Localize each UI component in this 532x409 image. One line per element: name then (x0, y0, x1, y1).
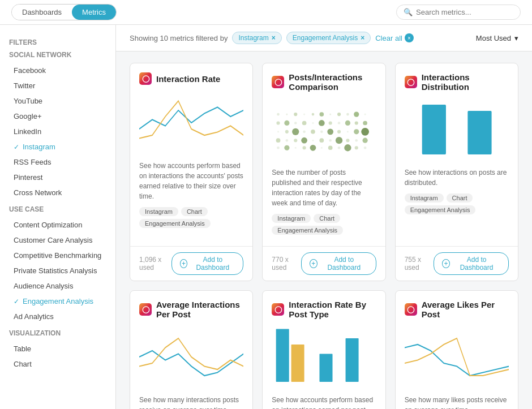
add-to-dashboard-btn-2[interactable]: + Add to Dashboard (301, 252, 376, 275)
metric-desc-interaction-rate-post-type: See how accounts perform based on intera… (272, 395, 376, 409)
social-network-title: Social Network (9, 51, 106, 59)
svg-point-36 (302, 137, 308, 144)
chart-interaction-rate (139, 92, 243, 154)
metric-card-avg-likes: ◯ Average Likes Per Post See how many li… (395, 290, 518, 409)
add-to-dashboard-btn-1[interactable]: + Add to Dashboard (171, 252, 243, 275)
sidebar-item-googleplus[interactable]: Google+ (9, 109, 106, 123)
dashboards-tab[interactable]: Dashboards (12, 5, 72, 20)
svg-point-47 (303, 146, 306, 149)
svg-point-39 (329, 139, 332, 142)
chart-avg-interactions (139, 326, 243, 388)
svg-point-0 (277, 113, 280, 116)
sidebar-item-audience[interactable]: Audience Analysis (9, 279, 106, 293)
metrics-tab[interactable]: Metrics (72, 5, 116, 20)
svg-point-32 (362, 128, 370, 136)
svg-point-19 (345, 120, 350, 126)
sidebar-section-visualization: Visualization Table Chart (9, 329, 106, 371)
svg-point-18 (338, 122, 341, 124)
svg-point-23 (285, 130, 289, 134)
sidebar-item-chart[interactable]: Chart (9, 357, 106, 371)
instagram-icon-6: ◯ (405, 303, 417, 316)
svg-point-53 (355, 146, 358, 149)
svg-rect-56 (467, 111, 491, 154)
instagram-tag-label: Instagram (238, 34, 268, 42)
svg-point-52 (345, 144, 351, 151)
metric-desc-interactions-distribution: See how interactions on posts are distri… (405, 167, 509, 188)
clear-all-icon: × (405, 33, 414, 42)
used-count-2: 770 x used (272, 256, 301, 272)
svg-point-15 (312, 122, 314, 124)
chart-interaction-rate-post-type (272, 326, 376, 388)
sort-control[interactable]: Most Used ▾ (476, 34, 518, 42)
instagram-icon-5: ◯ (272, 303, 284, 316)
sidebar-item-ad-analytics[interactable]: Ad Analytics (9, 309, 106, 324)
engagement-tag-remove[interactable]: × (361, 34, 364, 42)
metric-grid: ◯ Interaction Rate See how accounts perf… (116, 51, 532, 409)
sidebar-item-private-stats[interactable]: Private Statistics Analysis (9, 264, 106, 278)
instagram-filter-tag[interactable]: Instagram × (232, 32, 281, 44)
svg-point-49 (321, 147, 323, 149)
svg-point-13 (294, 122, 297, 124)
sidebar-item-content-opt[interactable]: Content Optimization (9, 218, 106, 232)
card-footer-3: 755 x used + Add to Dashboard (396, 246, 518, 281)
plus-circle-icon-2: + (310, 259, 318, 268)
sidebar-item-facebook[interactable]: Facebook (9, 63, 106, 78)
search-bar: 🔍 (396, 5, 521, 20)
svg-point-34 (286, 139, 289, 142)
svg-rect-57 (276, 329, 289, 382)
tag-row-3: Instagram Chart Engagement Analysis (405, 193, 509, 214)
sidebar-item-pinterest[interactable]: Pinterest (9, 170, 106, 184)
svg-point-54 (364, 147, 367, 149)
clear-all-button[interactable]: Clear all × (375, 33, 414, 42)
metric-card-posts-interactions: ◯ Posts/Interactions Comparison (262, 63, 385, 281)
sidebar-item-twitter[interactable]: Twitter (9, 79, 106, 93)
svg-point-31 (354, 129, 359, 134)
sidebar-section-usecase: Use Case Content Optimization Customer C… (9, 205, 106, 324)
svg-point-17 (329, 121, 332, 124)
svg-rect-60 (346, 338, 359, 382)
svg-point-44 (277, 147, 280, 149)
use-case-title: Use Case (9, 205, 106, 213)
check-icon: ✓ (14, 143, 19, 151)
svg-point-46 (295, 147, 297, 149)
sidebar-item-customer-care[interactable]: Customer Care Analysis (9, 233, 106, 247)
metric-desc-interaction-rate: See how accounts perform based on intera… (139, 161, 243, 201)
used-count-1: 1,096 x used (139, 256, 171, 272)
svg-point-25 (303, 131, 306, 134)
tag-row-2: Instagram Chart Engagement Analysis (272, 214, 376, 235)
svg-point-3 (303, 114, 305, 115)
instagram-tag-remove[interactable]: × (272, 34, 276, 42)
sidebar-item-table[interactable]: Table (9, 342, 106, 356)
metric-title-posts-interactions: ◯ Posts/Interactions Comparison (272, 72, 376, 92)
plus-circle-icon-1: + (180, 259, 187, 268)
main-content: Showing 10 metrics filtered by Instagram… (116, 25, 532, 409)
card-footer-2: 770 x used + Add to Dashboard (263, 246, 385, 281)
svg-point-51 (338, 147, 341, 149)
sidebar-item-linkedin[interactable]: LinkedIn (9, 124, 106, 139)
sidebar-item-cross-network[interactable]: Cross Network (9, 186, 106, 200)
tag-chart-3: Chart (447, 193, 473, 203)
engagement-filter-tag[interactable]: Engagement Analysis × (286, 32, 371, 44)
chart-interactions-distribution (405, 98, 509, 161)
svg-point-29 (337, 130, 341, 134)
tag-engagement-3: Engagement Analysis (405, 205, 476, 214)
sidebar-item-youtube[interactable]: YouTube (9, 94, 106, 108)
sidebar-item-instagram[interactable]: ✓Instagram (9, 140, 106, 154)
sidebar-item-engagement[interactable]: ✓Engagement Analysis (9, 294, 106, 308)
svg-point-28 (328, 128, 334, 135)
svg-point-48 (310, 145, 316, 151)
chevron-down-icon: ▾ (514, 34, 518, 42)
instagram-icon-1: ◯ (139, 72, 152, 85)
metric-desc-avg-interactions: See how many interactions posts receive … (139, 395, 243, 409)
tag-chart-1: Chart (181, 207, 208, 216)
sidebar-item-competitive[interactable]: Competitive Benchmarking (9, 248, 106, 262)
sidebar-item-rss[interactable]: RSS Feeds (9, 155, 106, 169)
svg-point-41 (346, 139, 350, 142)
search-input[interactable] (416, 8, 513, 16)
chart-avg-likes (405, 326, 509, 388)
svg-point-27 (320, 131, 323, 134)
add-btn-label-2: Add to Dashboard (320, 256, 368, 272)
tag-instagram-2: Instagram (272, 214, 311, 223)
tag-instagram-3: Instagram (405, 193, 444, 203)
add-to-dashboard-btn-3[interactable]: + Add to Dashboard (434, 252, 509, 275)
